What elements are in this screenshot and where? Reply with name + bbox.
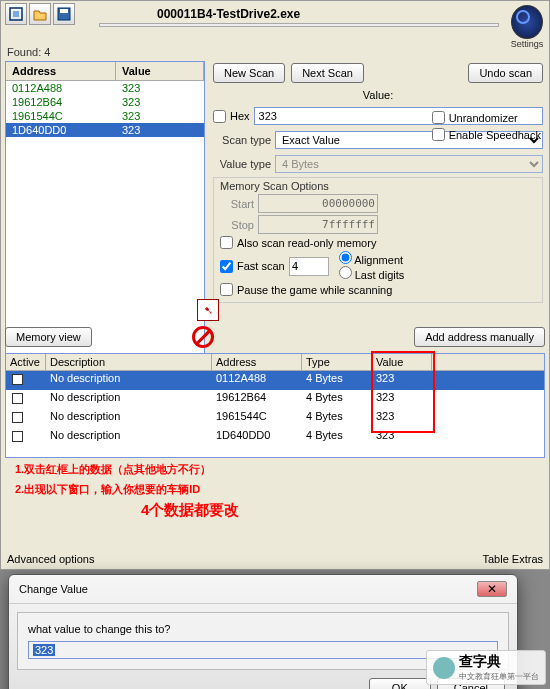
scan-result-row[interactable]: 0112A488323	[6, 81, 204, 95]
open-process-button[interactable]	[5, 3, 27, 25]
scantype-label: Scan type	[213, 134, 271, 146]
mascot-icon	[433, 657, 455, 679]
add-address-button[interactable]: Add address manually	[414, 327, 545, 347]
settings-link[interactable]: Settings	[511, 39, 544, 49]
bottom-bar: Advanced options Table Extras	[7, 553, 543, 565]
hex-label: Hex	[230, 110, 250, 122]
readonly-checkbox[interactable]	[220, 236, 233, 249]
open-file-button[interactable]	[29, 3, 51, 25]
pause-checkbox[interactable]	[220, 283, 233, 296]
start-address-input	[258, 194, 378, 213]
annotation-text: 1.双击红框上的数据（点其他地方不行） 2.出现以下窗口，输入你想要的车辆ID	[15, 459, 211, 499]
speedhack-checkbox[interactable]	[432, 128, 445, 141]
delete-icon[interactable]	[192, 326, 214, 348]
scan-result-row[interactable]: 19612B64323	[6, 95, 204, 109]
address-list-row[interactable]: No description1D640DD04 Bytes323	[6, 428, 544, 447]
memory-view-button[interactable]: Memory view	[5, 327, 92, 347]
found-count: Found: 4	[7, 46, 50, 58]
address-list-row[interactable]: No description1961544C4 Bytes323	[6, 409, 544, 428]
scan-results-header: Address Value	[6, 62, 204, 81]
fastscan-input[interactable]	[289, 257, 329, 276]
scan-result-row[interactable]: 1D640DD0323	[6, 123, 204, 137]
alignment-radio[interactable]	[339, 251, 352, 264]
close-icon[interactable]: ✕	[477, 581, 507, 597]
process-name: 000011B4-TestDrive2.exe	[157, 7, 300, 21]
lastdigits-radio[interactable]	[339, 266, 352, 279]
address-list[interactable]: Active Description Address Type Value No…	[5, 353, 545, 458]
address-list-header: Active Description Address Type Value	[6, 354, 544, 371]
dialog-title: Change Value	[19, 583, 88, 595]
logo-icon	[511, 5, 543, 39]
scan-result-row[interactable]: 1961544C323	[6, 109, 204, 123]
progress-bar	[99, 23, 499, 27]
hex-checkbox[interactable]	[213, 110, 226, 123]
watermark: 查字典中文教育狂单第一平台	[426, 650, 546, 685]
dialog-prompt: what value to change this to?	[28, 623, 498, 635]
fastscan-checkbox[interactable]	[220, 260, 233, 273]
ok-button[interactable]: OK	[369, 678, 431, 689]
address-list-row[interactable]: No description19612B644 Bytes323	[6, 390, 544, 409]
unrandomizer-checkbox[interactable]	[432, 111, 445, 124]
undo-scan-button[interactable]: Undo scan	[468, 63, 543, 83]
annotation-text-2: 4个数据都要改	[141, 501, 239, 520]
stop-address-input	[258, 215, 378, 234]
new-scan-button[interactable]: New Scan	[213, 63, 285, 83]
side-options: Unrandomizer Enable Speedhack	[432, 111, 541, 141]
memory-scan-options: Memory Scan Options Start Stop Also scan…	[213, 177, 543, 303]
value-label: Value:	[363, 89, 393, 101]
arrow-down-icon[interactable]: ➷	[197, 299, 219, 321]
next-scan-button[interactable]: Next Scan	[291, 63, 364, 83]
address-list-row[interactable]: No description0112A4884 Bytes323	[6, 371, 544, 390]
svg-rect-3	[60, 9, 68, 13]
cheat-engine-window: 000011B4-TestDrive2.exe Settings Found: …	[0, 0, 550, 570]
svg-rect-1	[13, 11, 19, 17]
table-extras-link[interactable]: Table Extras	[482, 553, 543, 565]
app-logo[interactable]: Settings	[509, 5, 545, 51]
valuetype-label: Value type	[213, 158, 271, 170]
save-button[interactable]	[53, 3, 75, 25]
advanced-options-link[interactable]: Advanced options	[7, 553, 94, 565]
valuetype-select[interactable]: 4 Bytes	[275, 155, 543, 173]
